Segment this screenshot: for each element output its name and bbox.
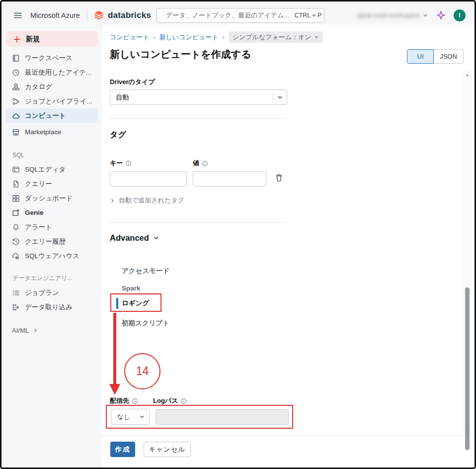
avatar[interactable]: I xyxy=(454,9,466,21)
destination-label: 配信先 xyxy=(110,396,138,405)
sidebar-item-label: コンピュート xyxy=(25,111,66,120)
plus-icon xyxy=(13,35,21,43)
advanced-section-toggle[interactable]: Advanced xyxy=(110,233,159,243)
simple-form-toggle-pill[interactable]: シンプルなフォーム：オン xyxy=(229,31,323,43)
sidebar-item-label: Genie xyxy=(25,209,44,216)
tab-access-mode[interactable]: アクセスモード xyxy=(122,267,169,276)
info-icon[interactable] xyxy=(132,398,138,404)
sidebar-item-job-runs[interactable]: ジョブラン xyxy=(1,285,102,300)
hamburger-menu-icon[interactable] xyxy=(13,11,22,20)
log-path-label-text: Logパス xyxy=(153,396,178,405)
sidebar-item-workspace[interactable]: ワークスペース xyxy=(1,51,102,65)
scrollbar-up-arrow[interactable]: ▲ xyxy=(463,71,472,79)
tag-value-input[interactable] xyxy=(193,171,266,187)
annotation-step-number: 14 xyxy=(136,365,149,378)
sidebar-item-query-history[interactable]: クエリー履歴 xyxy=(1,234,102,249)
driver-type-select[interactable]: 自動 xyxy=(110,90,287,105)
sidebar-item-sql-editor[interactable]: SQLエディタ xyxy=(1,162,102,177)
chevron-right-icon xyxy=(33,328,38,333)
breadcrumb-compute-link[interactable]: コンピュート xyxy=(110,33,150,42)
tab-spark[interactable]: Spark xyxy=(122,284,141,292)
page-title: 新しいコンピュートを作成する xyxy=(110,48,251,61)
trash-icon xyxy=(275,174,283,182)
account-menu[interactable]: japan-east-workspace xyxy=(357,11,428,19)
sidebar-item-catalog[interactable]: カタログ xyxy=(1,80,102,94)
sidebar-item-label: ワークスペース xyxy=(25,54,73,63)
sidebar-item-label: クエリー xyxy=(25,180,52,188)
main-content: コンピュート › 新しいコンピュート › シンプルなフォーム：オン 新しいコンピ… xyxy=(102,24,476,469)
global-search-input[interactable]: データ、ノートブック、最近のアイテム... CTRL + P xyxy=(157,8,324,23)
jobs-pipelines-icon xyxy=(12,97,20,105)
chevron-down-icon xyxy=(422,12,428,18)
tag-key-label-text: キー xyxy=(110,159,123,168)
azure-label[interactable]: Microsoft Azure xyxy=(30,11,80,19)
compute-cloud-icon xyxy=(12,112,20,120)
genie-icon xyxy=(12,209,20,217)
cancel-button[interactable]: キャンセル xyxy=(144,442,191,457)
tag-key-input[interactable] xyxy=(110,171,187,187)
info-icon[interactable] xyxy=(125,160,132,167)
databricks-logo[interactable]: databricks xyxy=(93,10,151,21)
assistant-sparkle-icon[interactable] xyxy=(436,10,446,20)
destination-select[interactable]: なし xyxy=(111,409,150,425)
sidebar-item-label: クエリー履歴 xyxy=(25,237,66,246)
simple-form-toggle-label: シンプルなフォーム：オン xyxy=(233,33,312,42)
tab-init-scripts[interactable]: 初期スクリプト xyxy=(122,319,169,328)
sidebar-new-button[interactable]: 新規 xyxy=(6,31,98,47)
scrollbar[interactable]: ▲ ▼ xyxy=(463,70,472,436)
sidebar-item-recents[interactable]: 最近使用したアイテ... xyxy=(1,65,102,80)
view-toggle: UI JSON xyxy=(407,49,464,64)
query-file-icon xyxy=(12,180,20,188)
sidebar-item-jobs-pipelines[interactable]: ジョブとパイプライ... xyxy=(1,94,102,108)
sidebar-item-marketplace[interactable]: Marketplace xyxy=(1,125,102,139)
breadcrumb-new-compute-link[interactable]: 新しいコンピュート xyxy=(159,33,219,42)
scrollbar-thumb[interactable] xyxy=(465,287,470,450)
chevron-down-icon xyxy=(153,235,159,241)
sidebar-item-genie[interactable]: Genie xyxy=(1,205,102,220)
dashboard-grid-icon xyxy=(12,194,20,202)
info-icon[interactable] xyxy=(202,160,208,167)
info-icon[interactable] xyxy=(180,398,187,404)
view-toggle-json-button[interactable]: JSON xyxy=(434,49,464,64)
scrollbar-down-arrow[interactable]: ▼ xyxy=(463,427,472,435)
sidebar-item-dashboards[interactable]: ダッシュボード xyxy=(1,191,102,205)
log-path-input[interactable] xyxy=(156,409,289,425)
advanced-heading: Advanced xyxy=(110,233,149,243)
marketplace-store-icon xyxy=(12,128,20,136)
search-placeholder: データ、ノートブック、最近のアイテム... xyxy=(166,11,290,20)
search-shortcut-hint: CTRL + P xyxy=(295,12,322,19)
sidebar-item-queries[interactable]: クエリー xyxy=(1,177,102,191)
tab-logging[interactable]: ロギング xyxy=(122,299,149,308)
sidebar-item-sql-warehouses[interactable]: SQLウェアハウス xyxy=(1,249,102,263)
sidebar-item-label: ダッシュボード xyxy=(25,194,73,203)
sidebar-item-label: AI/ML xyxy=(12,327,29,334)
sidebar-section-aiml[interactable]: AI/ML xyxy=(1,323,102,338)
recents-clock-icon xyxy=(12,69,20,77)
job-runs-list-icon xyxy=(12,289,20,297)
chevron-right-icon xyxy=(110,198,115,203)
view-toggle-ui-button[interactable]: UI xyxy=(407,49,434,64)
delete-tag-button[interactable] xyxy=(275,174,283,184)
auto-added-tags-expander[interactable]: 自動で追加されたタグ xyxy=(110,196,184,205)
sidebar-item-label: アラート xyxy=(25,223,52,232)
active-tab-indicator xyxy=(116,298,118,309)
sql-warehouse-icon xyxy=(12,252,20,260)
driver-type-label: Driverのタイプ xyxy=(110,78,155,87)
log-path-label: Logパス xyxy=(153,396,187,405)
sidebar-item-alerts[interactable]: アラート xyxy=(1,220,102,234)
auto-added-tags-label: 自動で追加されたタグ xyxy=(119,196,184,205)
section-divider xyxy=(110,222,287,223)
sidebar-item-compute[interactable]: コンピュート xyxy=(6,108,98,123)
sidebar-item-data-ingestion[interactable]: データ取り込み xyxy=(1,300,102,314)
workspace-icon xyxy=(12,54,20,62)
create-button[interactable]: 作成 xyxy=(110,442,135,457)
sidebar: 新規 ワークスペース 最近使用したアイテ... カタログ ジョブとパイプライ..… xyxy=(1,29,102,468)
account-label-blurred: japan-east-workspace xyxy=(357,11,420,19)
sidebar-section-sql: SQL xyxy=(1,148,102,162)
breadcrumb-separator: › xyxy=(223,34,225,41)
chevron-down-icon xyxy=(273,94,287,100)
databricks-wordmark: databricks xyxy=(108,10,151,20)
section-divider xyxy=(110,118,287,119)
breadcrumb-separator: › xyxy=(154,34,156,41)
databricks-logo-icon xyxy=(93,10,104,21)
